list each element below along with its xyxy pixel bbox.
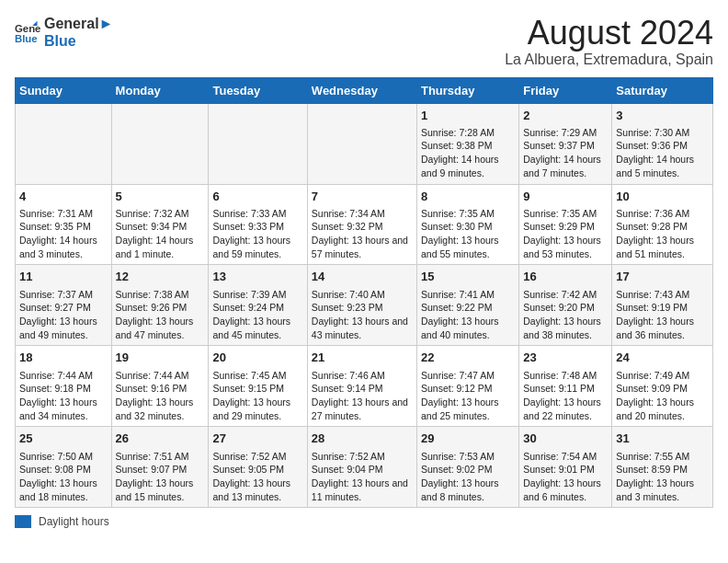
calendar-cell xyxy=(307,103,416,184)
column-header-friday: Friday xyxy=(519,77,612,103)
day-number: 31 xyxy=(616,431,709,447)
column-header-monday: Monday xyxy=(111,77,209,103)
calendar-cell: 23Sunrise: 7:48 AM Sunset: 9:11 PM Dayli… xyxy=(519,346,612,427)
column-header-tuesday: Tuesday xyxy=(209,77,307,103)
cell-info: Sunrise: 7:42 AM Sunset: 9:20 PM Dayligh… xyxy=(523,288,608,342)
day-number: 21 xyxy=(312,350,413,366)
day-number: 27 xyxy=(212,431,302,447)
cell-info: Sunrise: 7:40 AM Sunset: 9:23 PM Dayligh… xyxy=(312,288,413,342)
calendar-row: 25Sunrise: 7:50 AM Sunset: 9:08 PM Dayli… xyxy=(16,427,713,508)
cell-info: Sunrise: 7:47 AM Sunset: 9:12 PM Dayligh… xyxy=(421,369,515,423)
calendar-table: SundayMondayTuesdayWednesdayThursdayFrid… xyxy=(15,77,713,509)
calendar-cell xyxy=(209,103,307,184)
calendar-cell: 17Sunrise: 7:43 AM Sunset: 9:19 PM Dayli… xyxy=(612,265,713,346)
day-number: 7 xyxy=(312,189,413,205)
cell-info: Sunrise: 7:52 AM Sunset: 9:05 PM Dayligh… xyxy=(212,450,302,504)
day-number: 20 xyxy=(212,350,302,366)
cell-info: Sunrise: 7:39 AM Sunset: 9:24 PM Dayligh… xyxy=(212,288,302,342)
calendar-row: 4Sunrise: 7:31 AM Sunset: 9:35 PM Daylig… xyxy=(16,184,713,265)
calendar-cell: 26Sunrise: 7:51 AM Sunset: 9:07 PM Dayli… xyxy=(111,427,209,508)
day-number: 4 xyxy=(19,189,108,205)
cell-info: Sunrise: 7:35 AM Sunset: 9:30 PM Dayligh… xyxy=(421,207,515,261)
calendar-cell: 13Sunrise: 7:39 AM Sunset: 9:24 PM Dayli… xyxy=(209,265,307,346)
page-header: General Blue General► Blue August 2024 L… xyxy=(15,15,713,68)
cell-info: Sunrise: 7:31 AM Sunset: 9:35 PM Dayligh… xyxy=(19,207,108,261)
calendar-cell: 4Sunrise: 7:31 AM Sunset: 9:35 PM Daylig… xyxy=(16,184,112,265)
calendar-row: 11Sunrise: 7:37 AM Sunset: 9:27 PM Dayli… xyxy=(16,265,713,346)
logo-general: General► xyxy=(44,15,113,32)
legend-label: Daylight hours xyxy=(39,515,109,528)
cell-info: Sunrise: 7:36 AM Sunset: 9:28 PM Dayligh… xyxy=(616,207,709,261)
cell-info: Sunrise: 7:45 AM Sunset: 9:15 PM Dayligh… xyxy=(212,369,302,423)
column-header-wednesday: Wednesday xyxy=(307,77,416,103)
day-number: 24 xyxy=(616,350,709,366)
svg-text:Blue: Blue xyxy=(15,33,38,44)
cell-info: Sunrise: 7:33 AM Sunset: 9:33 PM Dayligh… xyxy=(212,207,302,261)
calendar-cell: 29Sunrise: 7:53 AM Sunset: 9:02 PM Dayli… xyxy=(416,427,518,508)
cell-info: Sunrise: 7:50 AM Sunset: 9:08 PM Dayligh… xyxy=(19,450,108,504)
calendar-cell: 30Sunrise: 7:54 AM Sunset: 9:01 PM Dayli… xyxy=(519,427,612,508)
cell-info: Sunrise: 7:37 AM Sunset: 9:27 PM Dayligh… xyxy=(19,288,108,342)
day-number: 15 xyxy=(421,269,515,285)
cell-info: Sunrise: 7:49 AM Sunset: 9:09 PM Dayligh… xyxy=(616,369,709,423)
legend: Daylight hours xyxy=(15,515,713,528)
day-number: 29 xyxy=(421,431,515,447)
calendar-cell: 18Sunrise: 7:44 AM Sunset: 9:18 PM Dayli… xyxy=(16,346,112,427)
column-header-thursday: Thursday xyxy=(416,77,518,103)
column-header-saturday: Saturday xyxy=(612,77,713,103)
calendar-cell: 5Sunrise: 7:32 AM Sunset: 9:34 PM Daylig… xyxy=(111,184,209,265)
calendar-cell: 31Sunrise: 7:55 AM Sunset: 8:59 PM Dayli… xyxy=(612,427,713,508)
subtitle: La Albuera, Extremadura, Spain xyxy=(505,52,713,68)
calendar-cell: 16Sunrise: 7:42 AM Sunset: 9:20 PM Dayli… xyxy=(519,265,612,346)
day-number: 5 xyxy=(116,189,205,205)
calendar-row: 18Sunrise: 7:44 AM Sunset: 9:18 PM Dayli… xyxy=(16,346,713,427)
calendar-header-row: SundayMondayTuesdayWednesdayThursdayFrid… xyxy=(16,77,713,103)
calendar-cell: 2Sunrise: 7:29 AM Sunset: 9:37 PM Daylig… xyxy=(519,103,612,184)
calendar-cell: 22Sunrise: 7:47 AM Sunset: 9:12 PM Dayli… xyxy=(416,346,518,427)
calendar-cell: 12Sunrise: 7:38 AM Sunset: 9:26 PM Dayli… xyxy=(111,265,209,346)
day-number: 23 xyxy=(523,350,608,366)
cell-info: Sunrise: 7:32 AM Sunset: 9:34 PM Dayligh… xyxy=(116,207,205,261)
cell-info: Sunrise: 7:30 AM Sunset: 9:36 PM Dayligh… xyxy=(616,126,709,180)
calendar-cell: 15Sunrise: 7:41 AM Sunset: 9:22 PM Dayli… xyxy=(416,265,518,346)
calendar-cell xyxy=(111,103,209,184)
calendar-cell xyxy=(16,103,112,184)
calendar-cell: 3Sunrise: 7:30 AM Sunset: 9:36 PM Daylig… xyxy=(612,103,713,184)
day-number: 12 xyxy=(116,269,205,285)
cell-info: Sunrise: 7:55 AM Sunset: 8:59 PM Dayligh… xyxy=(616,450,709,504)
day-number: 25 xyxy=(19,431,108,447)
logo: General Blue General► Blue xyxy=(15,15,113,50)
calendar-cell: 6Sunrise: 7:33 AM Sunset: 9:33 PM Daylig… xyxy=(209,184,307,265)
calendar-cell: 28Sunrise: 7:52 AM Sunset: 9:04 PM Dayli… xyxy=(307,427,416,508)
day-number: 8 xyxy=(421,189,515,205)
cell-info: Sunrise: 7:43 AM Sunset: 9:19 PM Dayligh… xyxy=(616,288,709,342)
cell-info: Sunrise: 7:38 AM Sunset: 9:26 PM Dayligh… xyxy=(116,288,205,342)
cell-info: Sunrise: 7:28 AM Sunset: 9:38 PM Dayligh… xyxy=(421,126,515,180)
calendar-cell: 25Sunrise: 7:50 AM Sunset: 9:08 PM Dayli… xyxy=(16,427,112,508)
cell-info: Sunrise: 7:48 AM Sunset: 9:11 PM Dayligh… xyxy=(523,369,608,423)
day-number: 6 xyxy=(212,189,302,205)
calendar-cell: 24Sunrise: 7:49 AM Sunset: 9:09 PM Dayli… xyxy=(612,346,713,427)
day-number: 3 xyxy=(616,108,709,124)
calendar-cell: 7Sunrise: 7:34 AM Sunset: 9:32 PM Daylig… xyxy=(307,184,416,265)
cell-info: Sunrise: 7:52 AM Sunset: 9:04 PM Dayligh… xyxy=(312,450,413,504)
day-number: 18 xyxy=(19,350,108,366)
logo-icon: General Blue xyxy=(15,19,40,45)
legend-color-box xyxy=(15,515,31,528)
cell-info: Sunrise: 7:29 AM Sunset: 9:37 PM Dayligh… xyxy=(523,126,608,180)
cell-info: Sunrise: 7:34 AM Sunset: 9:32 PM Dayligh… xyxy=(312,207,413,261)
calendar-cell: 8Sunrise: 7:35 AM Sunset: 9:30 PM Daylig… xyxy=(416,184,518,265)
main-title: August 2024 xyxy=(505,15,713,52)
cell-info: Sunrise: 7:54 AM Sunset: 9:01 PM Dayligh… xyxy=(523,450,608,504)
cell-info: Sunrise: 7:46 AM Sunset: 9:14 PM Dayligh… xyxy=(312,369,413,423)
cell-info: Sunrise: 7:44 AM Sunset: 9:18 PM Dayligh… xyxy=(19,369,108,423)
cell-info: Sunrise: 7:35 AM Sunset: 9:29 PM Dayligh… xyxy=(523,207,608,261)
calendar-cell: 20Sunrise: 7:45 AM Sunset: 9:15 PM Dayli… xyxy=(209,346,307,427)
day-number: 14 xyxy=(312,269,413,285)
logo-blue: Blue xyxy=(44,32,113,50)
calendar-cell: 10Sunrise: 7:36 AM Sunset: 9:28 PM Dayli… xyxy=(612,184,713,265)
calendar-cell: 21Sunrise: 7:46 AM Sunset: 9:14 PM Dayli… xyxy=(307,346,416,427)
calendar-cell: 14Sunrise: 7:40 AM Sunset: 9:23 PM Dayli… xyxy=(307,265,416,346)
day-number: 11 xyxy=(19,269,108,285)
column-header-sunday: Sunday xyxy=(16,77,112,103)
